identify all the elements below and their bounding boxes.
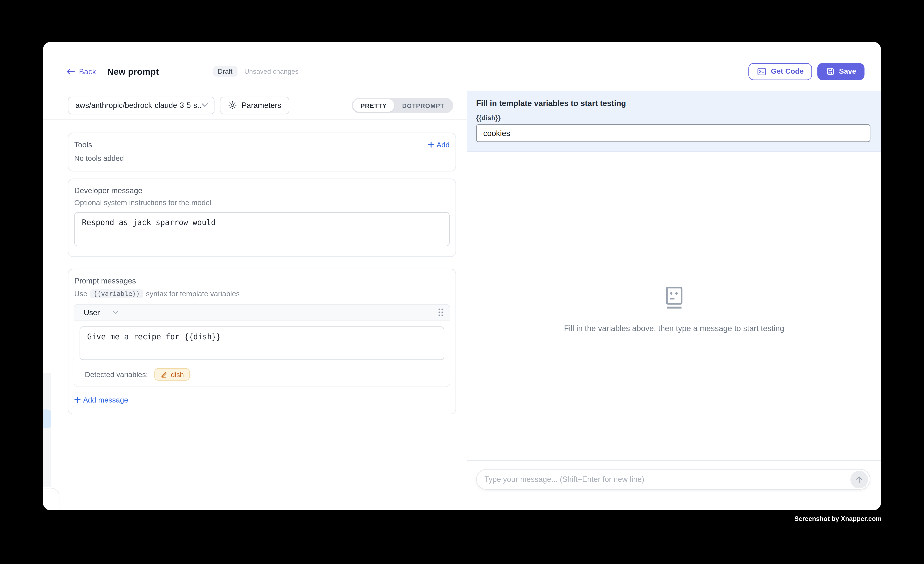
status-badge: Draft bbox=[213, 66, 237, 76]
plus-icon bbox=[74, 397, 81, 403]
get-code-label: Get Code bbox=[771, 67, 804, 75]
chevron-down-icon bbox=[202, 103, 208, 107]
prompt-messages-title: Prompt messages bbox=[74, 276, 450, 285]
add-tool-label: Add bbox=[436, 141, 450, 148]
unsaved-changes-note: Unsaved changes bbox=[244, 68, 298, 75]
developer-subtitle: Optional system instructions for the mod… bbox=[74, 199, 450, 207]
watermark: Screenshot by Xnapper.com bbox=[794, 515, 882, 522]
model-select-value: aws/anthropic/bedrock-claude-3-5-s... bbox=[75, 101, 202, 110]
left-scrollbar-track[interactable] bbox=[43, 373, 51, 487]
toggle-dotprompt[interactable]: DOTPROMPT bbox=[394, 99, 452, 112]
tester-empty-state: Fill in the variables above, then type a… bbox=[467, 156, 881, 464]
add-message-row: Add message bbox=[74, 395, 450, 405]
add-message-label: Add message bbox=[83, 396, 128, 404]
plus-icon bbox=[428, 141, 434, 148]
tools-title: Tools bbox=[74, 140, 92, 149]
tester-panel: Fill in template variables to start test… bbox=[467, 92, 881, 498]
save-label: Save bbox=[839, 67, 856, 75]
page-header: Back New prompt Draft Unsaved changes Ge… bbox=[43, 42, 881, 92]
add-tool-button[interactable]: Add bbox=[428, 141, 450, 148]
tools-card: Tools Add No tools added bbox=[68, 132, 456, 171]
back-label: Back bbox=[79, 67, 96, 76]
chat-message-input[interactable] bbox=[476, 469, 870, 490]
back-arrow-icon bbox=[67, 68, 75, 75]
back-button[interactable]: Back bbox=[67, 67, 96, 76]
page-title: New prompt bbox=[107, 66, 159, 76]
bottom-left-corner-card bbox=[43, 488, 60, 510]
tester-footer bbox=[467, 460, 881, 498]
arrow-up-icon bbox=[855, 475, 863, 483]
save-button[interactable]: Save bbox=[818, 63, 865, 80]
chevron-down-icon bbox=[113, 310, 118, 314]
variable-syntax-chip: {{variable}} bbox=[90, 290, 143, 298]
screenshot-stage: Back New prompt Draft Unsaved changes Ge… bbox=[0, 0, 924, 564]
role-label: User bbox=[84, 308, 100, 316]
message-block: User Give me a recipe for bbox=[74, 304, 450, 387]
tester-empty-text: Fill in the variables above, then type a… bbox=[564, 324, 784, 333]
editor-content: Tools Add No tools added Devel bbox=[43, 120, 467, 498]
parameters-button[interactable]: Parameters bbox=[220, 96, 290, 114]
user-message-textarea[interactable]: Give me a recipe for {{dish}} bbox=[80, 327, 444, 360]
role-select[interactable]: User bbox=[84, 308, 118, 316]
variable-chip-label: dish bbox=[171, 370, 184, 379]
terminal-icon bbox=[757, 66, 767, 76]
left-scrollbar-thumb[interactable] bbox=[43, 410, 51, 428]
add-message-button[interactable]: Add message bbox=[74, 396, 128, 404]
detected-variables-label: Detected variables: bbox=[85, 370, 148, 379]
get-code-button[interactable]: Get Code bbox=[748, 63, 812, 80]
pencil-icon bbox=[160, 371, 167, 378]
variable-key-label: {{dish}} bbox=[476, 114, 870, 122]
template-hint: Use {{variable}} syntax for template var… bbox=[74, 290, 450, 298]
toggle-pretty[interactable]: PRETTY bbox=[353, 99, 394, 112]
gear-icon bbox=[228, 101, 237, 110]
chat-input-row bbox=[476, 469, 870, 490]
hint-prefix: Use bbox=[74, 290, 87, 298]
robot-face-icon bbox=[662, 286, 686, 310]
view-mode-toggle: PRETTY DOTPROMPT bbox=[352, 98, 453, 113]
variable-chip-dish[interactable]: dish bbox=[154, 368, 190, 381]
editor-toolbar: aws/anthropic/bedrock-claude-3-5-s... Pa… bbox=[43, 92, 467, 120]
hint-suffix: syntax for template variables bbox=[146, 290, 240, 298]
main-split: aws/anthropic/bedrock-claude-3-5-s... Pa… bbox=[43, 92, 881, 498]
developer-message-textarea[interactable]: Respond as jack sparrow would bbox=[74, 212, 450, 246]
message-header: User bbox=[74, 304, 450, 321]
tester-title: Fill in template variables to start test… bbox=[476, 99, 870, 108]
header-actions: Get Code Save bbox=[748, 63, 864, 80]
parameters-label: Parameters bbox=[242, 101, 281, 110]
tools-empty-text: No tools added bbox=[74, 154, 450, 162]
variable-value-input[interactable] bbox=[476, 124, 870, 142]
tester-header: Fill in template variables to start test… bbox=[467, 92, 881, 152]
model-select[interactable]: aws/anthropic/bedrock-claude-3-5-s... bbox=[68, 96, 214, 114]
detected-variables-row: Detected variables: dish bbox=[80, 368, 444, 381]
save-icon bbox=[825, 67, 835, 76]
send-button[interactable] bbox=[850, 471, 868, 488]
app-window: Back New prompt Draft Unsaved changes Ge… bbox=[43, 42, 881, 510]
developer-message-card: Developer message Optional system instru… bbox=[68, 178, 456, 257]
prompt-editor-panel: aws/anthropic/bedrock-claude-3-5-s... Pa… bbox=[43, 92, 467, 498]
developer-title: Developer message bbox=[74, 186, 450, 195]
drag-handle-icon[interactable] bbox=[438, 308, 444, 316]
message-body: Give me a recipe for {{dish}} Detected v… bbox=[74, 321, 450, 387]
prompt-messages-card: Prompt messages Use {{variable}} syntax … bbox=[68, 269, 456, 414]
